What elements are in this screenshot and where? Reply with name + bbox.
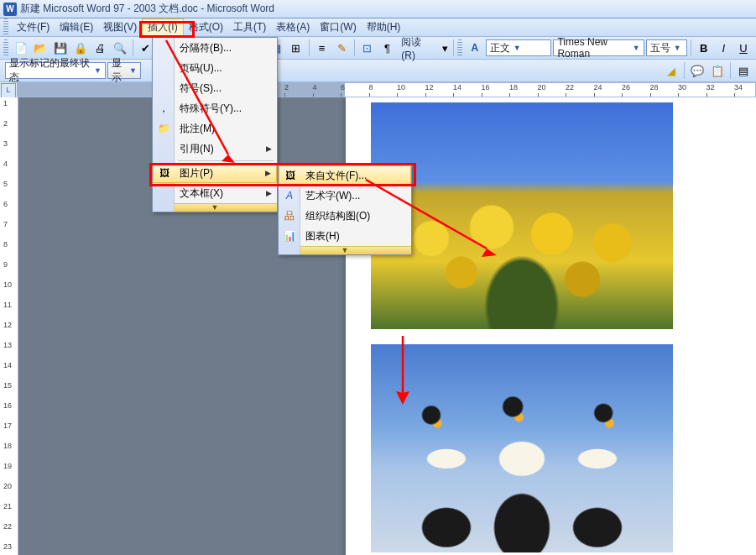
insert-picture[interactable]: 🖼 图片(P)▶: [153, 163, 277, 183]
submenu-arrow-icon: ▶: [266, 189, 272, 197]
columns-button[interactable]: ≡: [313, 39, 331, 57]
vruler-tick: 4: [3, 160, 8, 168]
vruler-tick: 12: [3, 321, 12, 329]
vruler-tick: 2: [3, 119, 8, 128]
bold-button[interactable]: B: [695, 39, 713, 57]
picture-icon: 🖼: [157, 165, 172, 181]
markup-state-select[interactable]: 显示标记的最终状态▼: [5, 62, 106, 79]
vruler-tick: 9: [3, 260, 8, 269]
picture-orgchart[interactable]: 品 组织结构图(O): [279, 206, 411, 226]
show-select[interactable]: 显示▼: [107, 62, 141, 79]
insert-table-button[interactable]: ⊞: [287, 39, 305, 57]
ruler-corner[interactable]: L: [1, 83, 16, 98]
insert-comment[interactable]: 📁 批注(M): [153, 118, 277, 139]
vruler-tick: 19: [3, 462, 12, 470]
insert-break[interactable]: 分隔符(B)...: [153, 38, 277, 58]
menu-table[interactable]: 表格(A): [271, 18, 315, 36]
chevron-down-icon: ▼: [514, 44, 521, 52]
highlight-button[interactable]: ◢: [662, 61, 680, 80]
hruler-tick: 22: [566, 83, 574, 92]
vruler-tick: 17: [3, 421, 12, 430]
separator: [309, 39, 310, 56]
vruler-tick: 20: [3, 482, 12, 490]
comment-icon: 📁: [156, 121, 171, 136]
insert-page-number[interactable]: 页码(U)...: [153, 58, 277, 78]
menu-format[interactable]: 格式(O): [184, 18, 228, 36]
font-select[interactable]: Times New Roman▼: [553, 39, 644, 56]
underline-button[interactable]: U: [734, 39, 753, 57]
chevron-down-icon: ▼: [674, 44, 681, 52]
vruler-tick: 16: [3, 401, 12, 410]
separator: [691, 39, 691, 56]
style-select[interactable]: 正文▼: [486, 39, 552, 56]
vruler-tick: 14: [3, 361, 12, 369]
track-button[interactable]: 📋: [708, 61, 727, 80]
menu-window[interactable]: 窗口(W): [315, 18, 361, 36]
menu-edit[interactable]: 编辑(E): [55, 18, 98, 36]
vruler-tick: 10: [3, 280, 12, 289]
ruler-row: L 246810121416182022242628303234: [0, 82, 756, 97]
new-button[interactable]: 📄: [12, 39, 30, 57]
italic-button[interactable]: I: [715, 39, 733, 57]
special-char-icon: ，: [156, 101, 171, 116]
picture-from-file[interactable]: 🖼 来自文件(F)...: [279, 165, 411, 186]
vertical-ruler[interactable]: 1234567891011121314151617181920212223: [0, 97, 18, 555]
image-tulips[interactable]: [371, 102, 673, 329]
vruler-tick: 3: [3, 139, 8, 148]
picture-wordart[interactable]: A 艺术字(W)...: [279, 186, 411, 206]
menubar: 文件(F) 编辑(E) 视图(V) 插入(I) 格式(O) 工具(T) 表格(A…: [0, 18, 756, 37]
menu-separator: [178, 160, 274, 161]
picture-chart[interactable]: 📊 图表(H): [279, 226, 411, 246]
menu-tools[interactable]: 工具(T): [228, 18, 271, 36]
wordart-icon: A: [282, 188, 297, 203]
hruler-tick: 32: [706, 83, 715, 92]
print-button[interactable]: 🖨: [91, 39, 109, 57]
hruler-tick: 10: [397, 83, 405, 92]
menu-file[interactable]: 文件(F): [12, 18, 55, 36]
hruler-tick: 2: [284, 83, 289, 92]
menu-insert[interactable]: 插入(I): [142, 18, 183, 36]
save-button[interactable]: 💾: [51, 39, 70, 57]
chart-icon: 📊: [282, 228, 297, 243]
separator: [730, 62, 731, 79]
comment-balloon-button[interactable]: 💬: [688, 61, 706, 80]
menu-view[interactable]: 视图(V): [98, 18, 142, 36]
chevron-down-icon: ▼: [129, 66, 137, 75]
open-button[interactable]: 📂: [32, 39, 50, 57]
insert-reference[interactable]: 引用(N)▶: [153, 139, 277, 159]
hruler-tick: 28: [650, 83, 659, 92]
separator: [133, 39, 133, 56]
horizontal-ruler[interactable]: 246810121416182022242628303234: [17, 82, 756, 97]
map-button[interactable]: ⊡: [358, 39, 377, 57]
menu-help[interactable]: 帮助(H): [362, 18, 406, 36]
font-size-select[interactable]: 五号▼: [646, 39, 687, 56]
permissions-button[interactable]: 🔒: [71, 39, 90, 57]
toolbar-handle[interactable]: [3, 39, 8, 56]
read-dd[interactable]: ▾: [440, 39, 450, 57]
insert-symbol[interactable]: 符号(S)...: [153, 78, 277, 98]
insert-special[interactable]: ， 特殊符号(Y)...: [153, 98, 277, 118]
separator: [453, 39, 454, 56]
hruler-tick: 16: [482, 83, 490, 92]
chevron-down-icon: ▼: [633, 44, 640, 52]
vruler-tick: 23: [3, 542, 12, 551]
hruler-tick: 26: [622, 83, 630, 92]
image-penguins[interactable]: [371, 344, 673, 552]
titlebar: W 新建 Microsoft Word 97 - 2003 文档.doc - M…: [0, 0, 756, 18]
insert-textbox[interactable]: 文本框(X)▶: [153, 183, 277, 203]
vruler-tick: 22: [3, 522, 12, 531]
read-label[interactable]: 阅读(R): [398, 35, 438, 61]
separator: [684, 62, 685, 79]
vruler-tick: 15: [3, 381, 12, 390]
style-picker[interactable]: A: [466, 39, 484, 57]
para-marks-button[interactable]: ¶: [378, 39, 397, 57]
misc-button[interactable]: ▤: [734, 61, 753, 80]
vruler-tick: 13: [3, 341, 12, 349]
print-preview-button[interactable]: 🔍: [111, 39, 129, 57]
drawing-button[interactable]: ✎: [332, 39, 351, 57]
vruler-tick: 1: [3, 99, 8, 107]
format-handle[interactable]: [457, 39, 462, 56]
orgchart-icon: 品: [282, 208, 297, 223]
vruler-tick: 21: [3, 502, 12, 510]
menubar-handle[interactable]: [3, 18, 8, 36]
